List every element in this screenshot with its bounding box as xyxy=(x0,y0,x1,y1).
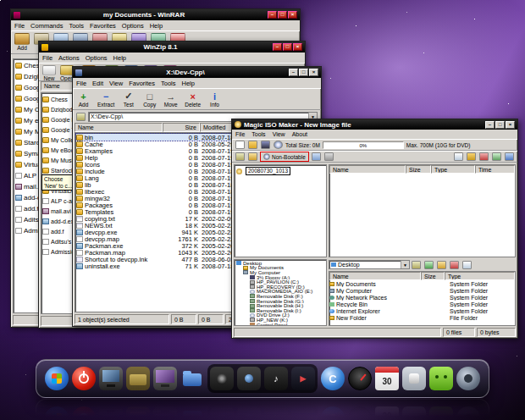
start-icon[interactable] xyxy=(45,367,69,390)
save-button[interactable] xyxy=(261,141,270,149)
new-folder-button[interactable] xyxy=(437,261,446,269)
properties-button[interactable] xyxy=(312,152,321,161)
list-item[interactable]: Recycle Bin System Folder xyxy=(329,301,515,307)
display-icon[interactable] xyxy=(153,367,177,390)
delete-button[interactable] xyxy=(450,261,459,269)
menu-item[interactable]: File xyxy=(235,131,245,137)
list-item[interactable]: New Folder File Folder xyxy=(329,314,515,321)
close-button[interactable]: × xyxy=(288,11,297,19)
video-app-icon[interactable]: ▶ xyxy=(291,367,315,390)
close-button[interactable]: × xyxy=(309,69,318,76)
copy-button[interactable]: □ Copy xyxy=(142,91,157,108)
add-button[interactable] xyxy=(462,261,472,269)
column-name[interactable]: Name xyxy=(329,165,406,174)
close-button[interactable]: × xyxy=(293,43,302,51)
add-button[interactable]: + Add xyxy=(76,91,91,108)
location-combo[interactable]: Desktop ▼ xyxy=(329,260,410,269)
minimize-button[interactable]: – xyxy=(268,11,277,19)
menu-item[interactable]: Commands xyxy=(30,22,63,30)
column-type[interactable]: Type xyxy=(431,165,475,174)
menu-item[interactable]: Favorites xyxy=(90,22,116,30)
rename-button[interactable] xyxy=(492,152,501,161)
new-image-button[interactable] xyxy=(235,141,245,149)
minimize-button[interactable]: – xyxy=(273,43,282,51)
minimize-button[interactable]: – xyxy=(289,69,298,76)
menu-item[interactable]: Help xyxy=(182,80,195,87)
image-root-item[interactable]: 20080730_1013 xyxy=(236,167,324,175)
menu-item[interactable]: Help xyxy=(113,54,126,62)
disc-burner-icon[interactable]: C xyxy=(321,367,345,390)
menu-item[interactable]: Actions xyxy=(58,54,80,62)
close-button[interactable]: × xyxy=(506,121,515,129)
magiciso-titlebar[interactable]: Magic ISO Maker - New Image file – □ × xyxy=(232,119,517,130)
info-button[interactable]: i Info xyxy=(207,91,222,108)
maximize-button[interactable]: □ xyxy=(283,43,292,51)
winzip-titlebar[interactable]: WinZip 8.1 – □ × xyxy=(39,41,305,52)
menu-item[interactable]: Tools xyxy=(161,80,176,87)
column-time[interactable]: Time xyxy=(475,165,515,174)
menu-item[interactable]: About xyxy=(292,131,307,137)
archive-titlebar[interactable]: X:\Dev-Cpp\ – □ × xyxy=(73,67,321,78)
move-button[interactable]: → Move xyxy=(163,91,178,108)
add-button[interactable]: Add xyxy=(14,33,30,52)
movies-app-icon[interactable] xyxy=(210,367,234,390)
list-item[interactable]: My Documents System Folder xyxy=(329,280,515,287)
list-item[interactable]: My Network Places System Folder xyxy=(329,294,515,301)
delete-button[interactable]: × Delete xyxy=(185,91,201,108)
gauge-icon[interactable] xyxy=(348,367,372,390)
maximize-button[interactable]: □ xyxy=(278,11,287,19)
maximize-button[interactable]: □ xyxy=(495,121,505,129)
camera-app-icon[interactable] xyxy=(237,367,261,390)
extract-button[interactable] xyxy=(505,152,514,161)
menu-item[interactable]: View xyxy=(109,80,123,87)
menu-item[interactable]: File xyxy=(42,54,52,62)
trash-button[interactable] xyxy=(324,152,334,161)
utility-app-icon[interactable] xyxy=(402,367,426,390)
robot-app-icon[interactable] xyxy=(429,367,453,390)
bootable-toggle-button[interactable]: Non-Bootable xyxy=(260,152,309,162)
delete-button[interactable] xyxy=(479,152,489,161)
up-level-button[interactable] xyxy=(235,152,245,161)
calendar-icon[interactable]: 30 xyxy=(375,367,399,390)
column-name[interactable]: Name xyxy=(75,123,163,132)
menu-item[interactable]: Favorites xyxy=(129,80,155,87)
new-button[interactable]: New xyxy=(42,65,56,82)
burn-cd-button[interactable] xyxy=(274,141,283,149)
column-size[interactable]: Size xyxy=(163,123,200,132)
tree-item[interactable]: Control Panel xyxy=(235,323,325,326)
menu-item[interactable]: Edit xyxy=(92,80,103,87)
up-level-button[interactable] xyxy=(412,261,421,269)
list-item[interactable]: My Computer System Folder xyxy=(329,287,515,294)
menu-item[interactable]: File xyxy=(76,80,86,87)
menu-item[interactable]: Options xyxy=(86,54,108,62)
add-folder-button[interactable] xyxy=(467,152,476,161)
column-size[interactable]: Size xyxy=(406,165,431,174)
menu-item[interactable]: File xyxy=(14,22,25,30)
chevron-down-icon[interactable]: ▼ xyxy=(401,261,409,268)
up-level-icon[interactable] xyxy=(76,113,86,121)
column-type[interactable]: Type xyxy=(445,272,515,280)
settings-gear-icon[interactable] xyxy=(456,367,480,390)
extract-button[interactable]: − Extract xyxy=(97,91,114,108)
refresh-button[interactable] xyxy=(424,261,434,269)
winrar-titlebar[interactable]: my Documents - WinRAR – □ × xyxy=(11,9,300,20)
menu-item[interactable]: Help xyxy=(150,22,163,30)
menu-item[interactable]: Options xyxy=(122,22,144,30)
column-size[interactable]: Size xyxy=(421,272,445,280)
minimize-button[interactable]: – xyxy=(485,121,495,129)
maximize-button[interactable]: □ xyxy=(299,69,308,76)
power-icon[interactable] xyxy=(72,367,96,390)
open-button[interactable] xyxy=(248,141,257,149)
music-app-icon[interactable]: ♪ xyxy=(264,367,288,390)
add-file-button[interactable] xyxy=(454,152,463,161)
test-button[interactable]: ✓ Test xyxy=(121,91,135,108)
documents-folder-icon[interactable] xyxy=(126,367,150,390)
menu-item[interactable]: Tools xyxy=(251,131,265,137)
downloads-folder-icon[interactable] xyxy=(180,367,204,390)
my-computer-icon[interactable] xyxy=(99,367,123,390)
column-name[interactable]: Name xyxy=(329,272,421,280)
menu-item[interactable]: Tools xyxy=(69,22,84,30)
new-folder-button[interactable] xyxy=(248,152,257,161)
menu-item[interactable]: View xyxy=(273,131,285,137)
list-item[interactable]: Internet Explorer System Folder xyxy=(329,307,515,314)
